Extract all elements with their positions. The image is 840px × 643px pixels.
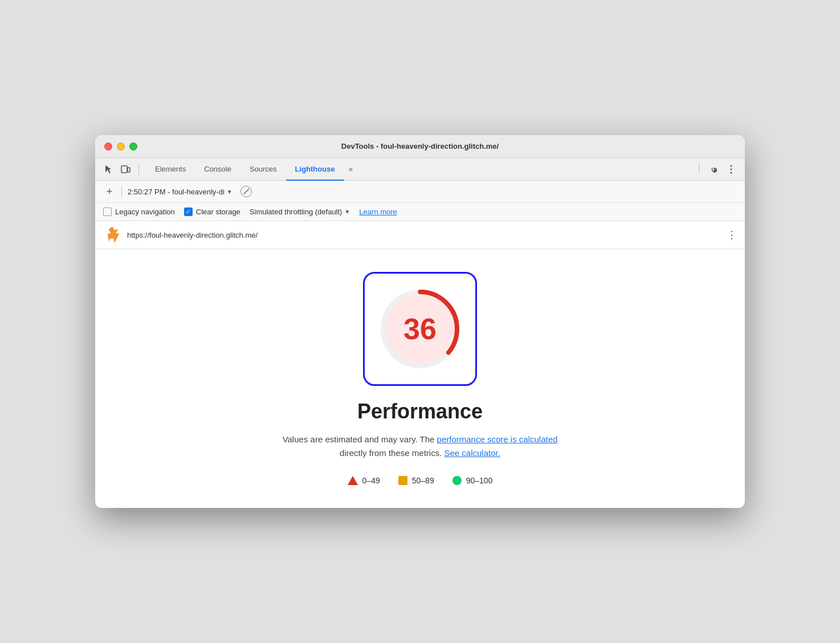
url-bar: https://foul-heavenly-direction.glitch.m…	[95, 221, 745, 249]
toolbar-divider-2	[699, 162, 699, 174]
legend-item-50-89: 50–89	[398, 476, 434, 485]
more-icon[interactable]	[724, 162, 738, 176]
options-bar: + 2:50:27 PM - foul-heavenly-di ▼	[95, 181, 745, 203]
toolbar-divider-1	[138, 164, 139, 175]
device-icon[interactable]	[119, 163, 132, 176]
legend-range-0-49: 0–49	[362, 476, 380, 485]
legend-range-50-89: 50–89	[412, 476, 434, 485]
toolbar-actions	[696, 162, 738, 176]
perf-description: Values are estimated and may vary. The p…	[283, 433, 558, 460]
tab-sources[interactable]: Sources	[240, 161, 286, 177]
score-gauge: 36	[363, 272, 477, 386]
svg-point-3	[731, 168, 732, 170]
clear-storage-label: Clear storage	[196, 207, 240, 216]
description-text-2: directly from these metrics.	[340, 448, 444, 458]
legend-square-icon	[398, 476, 407, 485]
svg-rect-0	[121, 166, 127, 173]
dropdown-arrow-icon: ▼	[227, 189, 233, 195]
traffic-lights	[104, 143, 137, 150]
performance-title: Performance	[357, 400, 483, 424]
minimize-button[interactable]	[117, 143, 125, 150]
title-bar: DevTools - foul-heavenly-direction.glitc…	[95, 135, 745, 158]
gauge-box: 36	[363, 272, 477, 386]
tab-elements[interactable]: Elements	[146, 161, 195, 177]
inspect-icon[interactable]	[102, 163, 115, 176]
timestamp-dropdown[interactable]: 2:50:27 PM - foul-heavenly-di ▼	[128, 188, 233, 196]
tab-console[interactable]: Console	[195, 161, 240, 177]
legacy-navigation-label: Legacy navigation	[115, 207, 175, 216]
legend-triangle-icon	[348, 476, 358, 485]
close-button[interactable]	[104, 143, 112, 150]
tab-bar: Elements Console Sources Lighthouse »	[146, 161, 692, 177]
url-text: https://foul-heavenly-direction.glitch.m…	[127, 231, 721, 239]
legend-item-0-49: 0–49	[348, 476, 380, 485]
throttling-select[interactable]: Simulated throttling (default) ▼	[250, 207, 350, 216]
description-text-1: Values are estimated and may vary. The	[283, 434, 437, 444]
tab-more[interactable]: »	[344, 161, 357, 177]
tab-lighthouse[interactable]: Lighthouse	[286, 161, 344, 177]
settings-icon[interactable]	[706, 162, 720, 176]
clear-storage-checkbox[interactable]: ✓	[184, 207, 193, 216]
timestamp-label: 2:50:27 PM - foul-heavenly-di	[128, 188, 225, 196]
url-more-icon[interactable]: ⋮	[727, 230, 737, 240]
tab-toolbar: Elements Console Sources Lighthouse »	[95, 158, 745, 181]
main-content: 36 Performance Values are estimated and …	[95, 249, 745, 508]
options-divider	[121, 186, 122, 197]
legend-circle-icon	[452, 476, 462, 485]
add-button[interactable]: +	[103, 185, 116, 198]
legacy-navigation-checkbox[interactable]	[103, 207, 112, 216]
perf-score-link[interactable]: performance score is calculated	[437, 434, 558, 444]
throttling-arrow-icon: ▼	[344, 209, 350, 215]
lighthouse-favicon	[103, 226, 121, 244]
no-throttle-icon[interactable]	[240, 186, 252, 197]
maximize-button[interactable]	[129, 143, 137, 150]
window-title: DevTools - foul-heavenly-direction.glitc…	[341, 142, 499, 150]
settings-bar: Legacy navigation ✓ Clear storage Simula…	[95, 203, 745, 221]
legacy-navigation-item: Legacy navigation	[103, 207, 175, 216]
legend-item-90-100: 90–100	[452, 476, 493, 485]
calculator-link[interactable]: See calculator.	[444, 448, 500, 458]
gauge-number: 36	[403, 312, 437, 346]
devtools-window: DevTools - foul-heavenly-direction.glitc…	[95, 135, 745, 508]
svg-rect-1	[128, 168, 130, 172]
throttling-label: Simulated throttling (default)	[250, 207, 342, 216]
legend-range-90-100: 90–100	[466, 476, 493, 485]
score-legend: 0–49 50–89 90–100	[348, 476, 493, 485]
learn-more-link[interactable]: Learn more	[359, 207, 397, 216]
clear-storage-item: ✓ Clear storage	[184, 207, 240, 216]
svg-point-4	[731, 172, 732, 173]
svg-point-2	[731, 165, 732, 166]
